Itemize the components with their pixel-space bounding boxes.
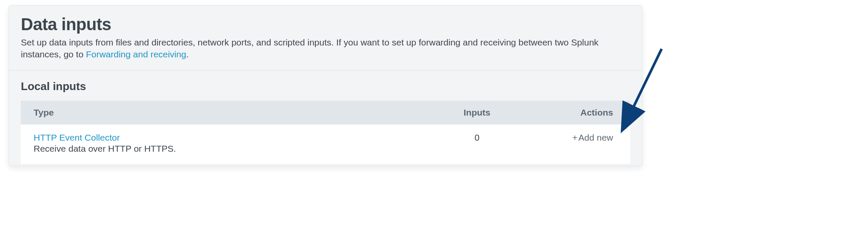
page-title: Data inputs bbox=[21, 15, 629, 34]
plus-icon: + bbox=[572, 133, 577, 143]
table-header-row: Type Inputs Actions bbox=[21, 101, 630, 125]
section-title: Local inputs bbox=[21, 80, 630, 93]
column-header-type: Type bbox=[21, 101, 439, 125]
cell-inputs-count: 0 bbox=[439, 124, 515, 164]
cell-type: HTTP Event Collector Receive data over H… bbox=[21, 124, 439, 164]
column-header-inputs: Inputs bbox=[439, 101, 515, 125]
http-event-collector-link[interactable]: HTTP Event Collector bbox=[34, 133, 120, 143]
table-row: HTTP Event Collector Receive data over H… bbox=[21, 124, 630, 164]
add-new-button[interactable]: +Add new bbox=[572, 133, 613, 142]
column-header-actions: Actions bbox=[515, 101, 630, 125]
local-inputs-table: Type Inputs Actions HTTP Event Collector… bbox=[21, 101, 630, 164]
cell-actions: +Add new bbox=[515, 124, 630, 164]
data-inputs-panel: Data inputs Set up data inputs from file… bbox=[9, 5, 642, 166]
forwarding-receiving-link[interactable]: Forwarding and receiving bbox=[86, 49, 186, 59]
page-description: Set up data inputs from files and direct… bbox=[21, 37, 629, 61]
type-description: Receive data over HTTP or HTTPS. bbox=[34, 144, 176, 153]
add-new-label: Add new bbox=[578, 133, 613, 142]
local-inputs-section: Local inputs Type Inputs Actions HTTP Ev… bbox=[9, 71, 642, 166]
panel-header: Data inputs Set up data inputs from file… bbox=[9, 6, 642, 71]
description-text-post: . bbox=[186, 49, 189, 59]
